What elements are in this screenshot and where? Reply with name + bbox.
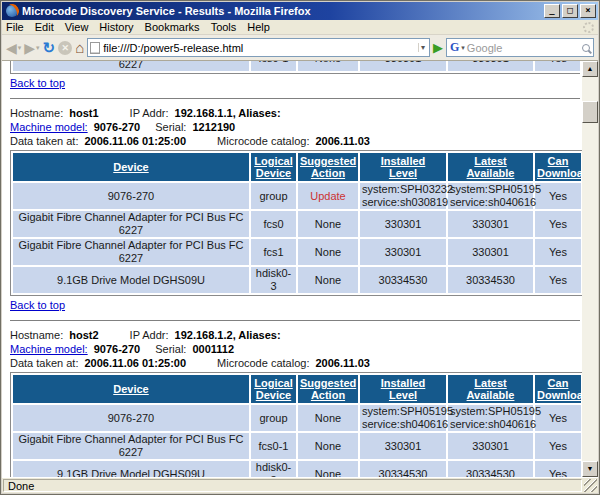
menu-file[interactable]: File — [6, 21, 24, 33]
menu-history[interactable]: History — [99, 21, 133, 33]
page-icon — [90, 42, 100, 54]
forward-button[interactable]: ▶▾ — [24, 41, 39, 55]
hostname-value: host1 — [69, 107, 98, 119]
table-row: Gigabit Fibre Channel Adapter for PCI Bu… — [13, 211, 581, 237]
col-device-link[interactable]: Device — [113, 161, 148, 173]
status-text: Done — [3, 479, 582, 492]
catalog-label: Microcode catalog: — [217, 357, 309, 369]
catalog-label: Microcode catalog: — [217, 135, 309, 147]
back-button[interactable]: ◀▾ — [6, 41, 21, 55]
resize-grip[interactable] — [584, 479, 597, 492]
table-row: Gigabit Fibre Channel Adapter for PCI Bu… — [13, 433, 581, 459]
close-button[interactable]: × — [580, 4, 596, 18]
table-row: 9.1GB Drive Model DGHS09U hdisk0-3 None … — [13, 461, 581, 477]
catalog-value: 2006.11.03 — [315, 135, 369, 147]
back-dropdown-icon[interactable]: ▾ — [18, 41, 22, 55]
col-suggested-action-link[interactable]: SuggestedAction — [300, 377, 356, 401]
stop-button[interactable]: ✕ — [58, 41, 72, 55]
machine-model-link[interactable]: Machine model: — [10, 343, 88, 355]
scrollbar-thumb[interactable] — [582, 101, 598, 123]
back-to-top-link[interactable]: Back to top — [10, 299, 65, 311]
firefox-icon — [6, 5, 18, 17]
host-info-host2: Hostname:host2 IP Addr:192.168.1.2, Alia… — [10, 328, 580, 370]
ip-value: 192.168.1.2, Aliases: — [175, 329, 281, 341]
maximize-button[interactable]: □ — [562, 4, 578, 18]
model-value: 9076-270 — [94, 343, 141, 355]
url-dropdown-icon[interactable]: ▾ — [418, 43, 427, 52]
menu-edit[interactable]: Edit — [35, 21, 54, 33]
search-engine-dropdown-icon[interactable]: ▾ — [461, 44, 465, 52]
search-icon[interactable] — [582, 44, 590, 52]
serial-value: 0001112 — [192, 343, 234, 355]
hostname-label: Hostname: — [10, 107, 63, 119]
col-logical-device-link[interactable]: LogicalDevice — [254, 155, 293, 179]
machine-model-link[interactable]: Machine model: — [10, 121, 88, 133]
microcode-table-host2: Device LogicalDevice SuggestedAction Ins… — [10, 372, 584, 477]
data-taken-label: Data taken at: — [10, 357, 79, 369]
host-info-host1: Hostname:host1 IP Addr:192.168.1.1, Alia… — [10, 106, 580, 148]
google-icon[interactable]: G — [450, 40, 459, 55]
activity-throbber-icon — [583, 22, 594, 33]
col-latest-available-link[interactable]: LatestAvailable — [467, 155, 515, 179]
url-text[interactable]: file:///D:/power5-release.html — [103, 42, 415, 54]
table-row: Gigabit Fibre Channel Adapter for PCI Bu… — [13, 61, 580, 71]
hostname-value: host2 — [69, 329, 98, 341]
table-row: 9076-270 group Update system:SPH03232ser… — [13, 183, 581, 209]
col-installed-level-link[interactable]: InstalledLevel — [381, 155, 426, 179]
section-divider — [10, 320, 580, 322]
clipped-table-row: Gigabit Fibre Channel Adapter for PCI Bu… — [10, 61, 580, 74]
table-row: Gigabit Fibre Channel Adapter for PCI Bu… — [13, 239, 581, 265]
serial-value: 1212190 — [192, 121, 235, 133]
model-value: 9076-270 — [94, 121, 141, 133]
home-button[interactable]: ⌂ — [75, 40, 84, 55]
menu-bookmarks[interactable]: Bookmarks — [145, 21, 200, 33]
col-device-link[interactable]: Device — [113, 383, 148, 395]
reload-button[interactable]: ↻ — [43, 40, 56, 55]
table-header-row: Device LogicalDevice SuggestedAction Ins… — [13, 153, 581, 181]
forward-dropdown-icon[interactable]: ▾ — [36, 41, 40, 55]
table-row: 9.1GB Drive Model DGHS09U hdisk0-3 None … — [13, 267, 581, 293]
serial-label: Serial: — [155, 343, 186, 355]
data-taken-label: Data taken at: — [10, 135, 79, 147]
go-button[interactable]: ▶ — [433, 41, 443, 54]
ip-value: 192.168.1.1, Aliases: — [175, 107, 281, 119]
search-input[interactable]: Google — [467, 42, 580, 54]
minimize-button[interactable]: _ — [544, 4, 560, 18]
catalog-value: 2006.11.03 — [315, 357, 369, 369]
window-title: Microcode Discovery Service - Results - … — [22, 5, 544, 17]
col-suggested-action-link[interactable]: SuggestedAction — [300, 155, 356, 179]
serial-label: Serial: — [155, 121, 186, 133]
table-header-row: Device LogicalDevice SuggestedAction Ins… — [13, 375, 581, 403]
ip-label: IP Addr: — [130, 107, 169, 119]
navigation-toolbar: ◀▾ ▶▾ ↻ ✕ ⌂ file:///D:/power5-release.ht… — [2, 35, 598, 61]
data-taken-value: 2006.11.06 01:25:00 — [85, 135, 187, 147]
menu-view[interactable]: View — [65, 21, 89, 33]
scroll-up-icon[interactable]: ▲ — [582, 61, 598, 77]
address-bar[interactable]: file:///D:/power5-release.html ▾ — [87, 38, 430, 57]
hostname-label: Hostname: — [10, 329, 63, 341]
browser-window: Microcode Discovery Service - Results - … — [0, 0, 600, 495]
status-bar: Done — [2, 477, 598, 493]
menu-tools[interactable]: Tools — [211, 21, 237, 33]
col-installed-level-link[interactable]: InstalledLevel — [381, 377, 426, 401]
menu-bar: File Edit View History Bookmarks Tools H… — [2, 20, 598, 35]
scroll-down-icon[interactable]: ▼ — [582, 461, 598, 477]
data-taken-value: 2006.11.06 01:25:00 — [85, 357, 187, 369]
section-divider — [10, 98, 580, 100]
ip-label: IP Addr: — [130, 329, 169, 341]
col-logical-device-link[interactable]: LogicalDevice — [254, 377, 293, 401]
table-row: 9076-270 group None system:SPH05195servi… — [13, 405, 581, 431]
menu-help[interactable]: Help — [247, 21, 270, 33]
title-bar[interactable]: Microcode Discovery Service - Results - … — [2, 2, 598, 20]
col-latest-available-link[interactable]: LatestAvailable — [467, 377, 515, 401]
page-viewport: Gigabit Fibre Channel Adapter for PCI Bu… — [2, 61, 598, 477]
microcode-table-host1: Device LogicalDevice SuggestedAction Ins… — [10, 150, 584, 296]
back-to-top-link[interactable]: Back to top — [10, 77, 65, 89]
vertical-scrollbar[interactable]: ▲ ▼ — [582, 61, 598, 477]
search-box[interactable]: G ▾ Google — [446, 38, 594, 57]
suggested-action-update: Update — [298, 183, 358, 209]
page-content: Gigabit Fibre Channel Adapter for PCI Bu… — [2, 61, 582, 477]
